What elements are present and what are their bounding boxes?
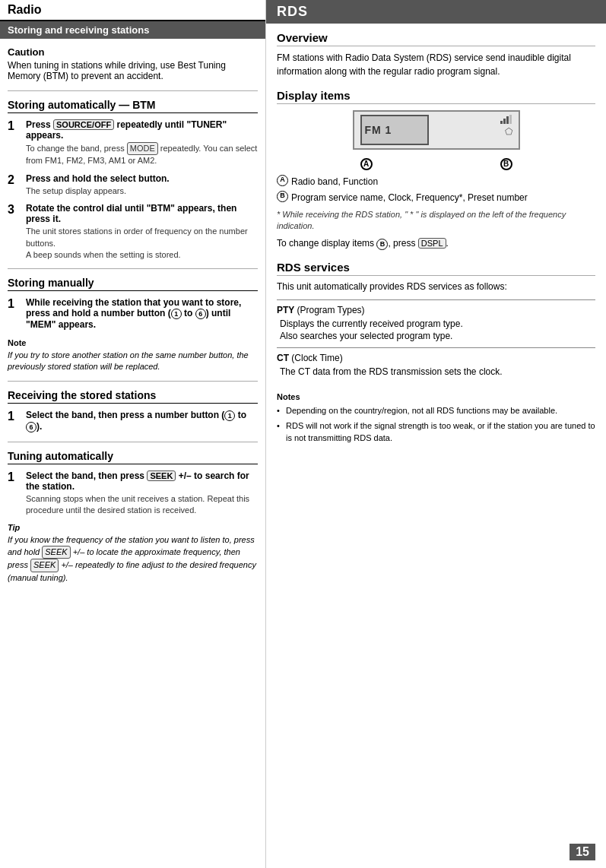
- tuning-step-title-1: Select the band, then press SEEK +/– to …: [26, 470, 258, 492]
- overview-title: Overview: [277, 31, 595, 46]
- radio-header: Radio: [0, 0, 265, 21]
- label-b: B: [500, 157, 512, 170]
- caution-title: Caution: [8, 46, 258, 58]
- dspl-note: To change display items B, press DSPL.: [277, 238, 595, 250]
- notes-item-1: • Depending on the country/region, not a…: [277, 404, 595, 417]
- pty-title: PTY (Program Types): [277, 305, 595, 315]
- pty-label-long-suffix: (Program Types): [297, 305, 364, 315]
- tip-block: Tip If you know the frequency of the sta…: [8, 522, 258, 584]
- btm-step-2: 2 Press and hold the select button. The …: [8, 173, 258, 197]
- bullet-1: •: [277, 404, 283, 417]
- tuning-step-desc-1: Scanning stops when the unit receives a …: [26, 493, 258, 517]
- legend-circle-a: A: [277, 175, 288, 186]
- ct-desc: The CT data from the RDS transmission se…: [277, 366, 595, 379]
- step-title-3: Rotate the control dial until "BTM" appe…: [26, 203, 258, 224]
- radio-title: Radio: [8, 3, 41, 16]
- rds-header: RDS: [266, 0, 606, 24]
- mode-btn: MODE: [127, 142, 158, 155]
- step-number-2: 2: [8, 173, 21, 187]
- manual-step-content-1: While receiving the station that you wan…: [26, 297, 258, 331]
- note-label: Note: [8, 338, 26, 347]
- divider-2: [8, 268, 258, 269]
- svg-text:⬠: ⬠: [505, 126, 513, 136]
- notes-text-1: Depending on the country/region, not all…: [286, 404, 557, 417]
- manual-step-1: 1 While receiving the station that you w…: [8, 297, 258, 331]
- step-number-1: 1: [8, 119, 21, 133]
- left-column: Radio Storing and receiving stations Cau…: [0, 0, 266, 868]
- legend-circle-b: B: [277, 191, 288, 202]
- step-desc-3: The unit stores stations in order of fre…: [26, 226, 258, 261]
- page-number: 15: [570, 844, 595, 860]
- display-legend: A Radio band, Function B Program service…: [277, 175, 595, 204]
- step-content-2: Press and hold the select button. The se…: [26, 173, 258, 197]
- receiving-step-title-1: Select the band, then press a number but…: [26, 410, 258, 432]
- note-text: If you try to store another station on t…: [8, 350, 249, 371]
- pty-label: PTY: [277, 305, 294, 315]
- receiving-step-1: 1 Select the band, then press a number b…: [8, 410, 258, 434]
- tuning-step-number-1: 1: [8, 470, 21, 484]
- circle-a: A: [360, 158, 373, 170]
- circle-b-inline: B: [376, 239, 388, 250]
- legend-item-a: A Radio band, Function: [277, 175, 595, 188]
- caution-text: When tuning in stations while driving, u…: [8, 60, 258, 81]
- manual-step-number-1: 1: [8, 297, 21, 311]
- section-header: Storing and receiving stations: [0, 21, 265, 39]
- btm-step-3: 3 Rotate the control dial until "BTM" ap…: [8, 203, 258, 261]
- svg-rect-1: [503, 119, 506, 124]
- tuning-step-1: 1 Select the band, then press SEEK +/– t…: [8, 470, 258, 517]
- ct-label: CT: [277, 353, 289, 363]
- right-column: RDS Overview FM stations with Radio Data…: [266, 0, 606, 868]
- receiving-stored-title: Receiving the stored stations: [8, 389, 258, 404]
- storing-btm-title: Storing automatically — BTM: [8, 99, 258, 113]
- legend-a-text: Radio band, Function: [291, 175, 378, 188]
- tuning-step-content-1: Select the band, then press SEEK +/– to …: [26, 470, 258, 517]
- display-box-wrapper: FM 1 ⬠ A: [353, 110, 520, 170]
- tuning-auto-title: Tuning automatically: [8, 450, 258, 464]
- ct-label-long-suffix: (Clock Time): [291, 353, 342, 363]
- step-title-2: Press and hold the select button.: [26, 173, 258, 184]
- asterisk-note: * While receiving the RDS station, " * "…: [277, 209, 595, 233]
- rds-signal-icon: [500, 115, 514, 124]
- divider-1: [8, 90, 258, 91]
- receiving-step-number-1: 1: [8, 410, 21, 423]
- notes-text-2: RDS will not work if the signal strength…: [286, 420, 595, 445]
- divider-3: [8, 381, 258, 382]
- rds-services-intro: This unit automatically provides RDS ser…: [277, 280, 595, 293]
- svg-rect-0: [500, 121, 503, 124]
- legend-item-b: B Program service name, Clock, Frequency…: [277, 191, 595, 204]
- left-content: Caution When tuning in stations while dr…: [0, 46, 265, 584]
- seek-btn-2: SEEK: [42, 546, 70, 559]
- step-desc-2: The setup display appears.: [26, 185, 258, 197]
- seek-btn-3: SEEK: [30, 559, 59, 572]
- tip-text: If you know the frequency of the station…: [8, 535, 256, 582]
- radio-display-text: FM 1: [365, 124, 392, 136]
- ct-item: CT (Clock Time) The CT data from the RDS…: [277, 347, 595, 383]
- ct-title: CT (Clock Time): [277, 353, 595, 363]
- svg-rect-3: [509, 115, 512, 124]
- notes-item-2: • RDS will not work if the signal streng…: [277, 420, 595, 445]
- rds-services-title: RDS services: [277, 261, 595, 276]
- svg-rect-2: [506, 116, 509, 124]
- radio-display-icons: ⬠: [500, 115, 514, 136]
- storing-manually-title: Storing manually: [8, 277, 258, 291]
- step-title-1: Press SOURCE/OFF repeatedly until "TUNER…: [26, 119, 258, 141]
- pty-desc: Displays the currently received program …: [277, 318, 595, 344]
- ab-labels: A B: [353, 157, 520, 170]
- radio-display-box: FM 1 ⬠: [353, 110, 520, 150]
- circle-b: B: [500, 158, 512, 170]
- manual-step-title-1: While receiving the station that you wan…: [26, 297, 258, 330]
- bullet-2: •: [277, 420, 283, 432]
- notes-block: Notes • Depending on the country/region,…: [277, 391, 595, 445]
- step-content-1: Press SOURCE/OFF repeatedly until "TUNER…: [26, 119, 258, 167]
- step-desc-1: To change the band, press MODE repeatedl…: [26, 142, 258, 167]
- receiving-step-content-1: Select the band, then press a number but…: [26, 410, 258, 434]
- radio-display-inner: FM 1: [360, 115, 429, 145]
- dspl-btn: DSPL: [418, 238, 446, 249]
- manual-note: Note If you try to store another station…: [8, 337, 258, 372]
- step-content-3: Rotate the control dial until "BTM" appe…: [26, 203, 258, 261]
- legend-b-text: Program service name, Clock, Frequency*,…: [291, 191, 528, 204]
- right-content: Overview FM stations with Radio Data Sys…: [266, 31, 606, 445]
- label-a: A: [360, 157, 373, 170]
- step-number-3: 3: [8, 203, 21, 217]
- bluetooth-icon: ⬠: [503, 125, 514, 136]
